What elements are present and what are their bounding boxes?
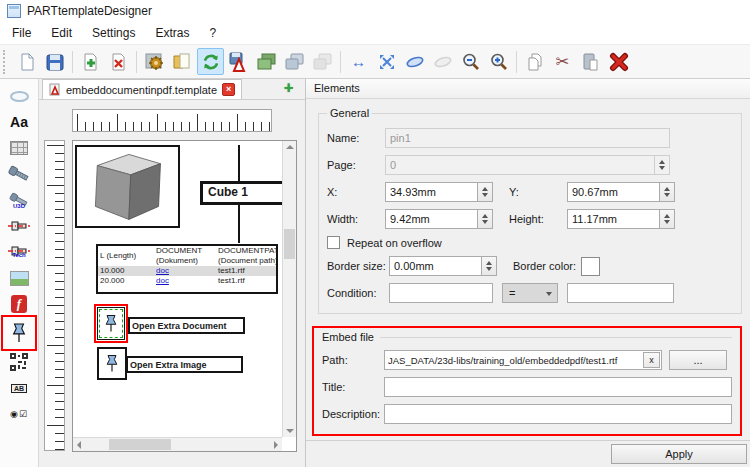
cut-button[interactable]: ✂ [549, 48, 576, 75]
settings-button[interactable] [141, 48, 168, 75]
add-button[interactable] [77, 48, 104, 75]
ellipse-tool[interactable] [4, 84, 34, 108]
pin-element-document[interactable] [97, 307, 125, 340]
spin-up-icon[interactable] [482, 211, 488, 218]
vertical-scrollbar[interactable] [282, 141, 296, 437]
open-extra-image-button[interactable]: Open Extra Image [126, 356, 243, 373]
title-field[interactable] [384, 377, 732, 397]
duplicate-alt-button[interactable] [309, 48, 336, 75]
table-tool[interactable] [4, 136, 34, 160]
name-field[interactable] [385, 128, 670, 148]
menu-file[interactable]: File [2, 23, 41, 43]
text-tool[interactable]: Aa [4, 110, 34, 134]
pin-element-image[interactable] [97, 347, 127, 380]
doc-link[interactable]: doc [156, 276, 169, 285]
toolbar-grip[interactable] [3, 50, 9, 74]
notes-button[interactable] [169, 48, 196, 75]
spin-down-icon[interactable] [659, 166, 665, 173]
scroll-up-icon[interactable] [286, 145, 294, 149]
repeat-on-overflow-checkbox[interactable] [327, 236, 340, 249]
spin-down-icon[interactable] [664, 220, 670, 227]
duplicate-button[interactable] [281, 48, 308, 75]
save-button[interactable] [41, 48, 68, 75]
image-tool[interactable] [4, 266, 34, 290]
spin-up-icon[interactable] [482, 184, 488, 191]
height-field[interactable] [567, 209, 659, 229]
screw-3d-tool[interactable] [4, 162, 34, 186]
border-size-spinner[interactable] [481, 256, 497, 276]
scroll-right-icon[interactable] [274, 441, 278, 449]
remove-button[interactable] [105, 48, 132, 75]
radio-check-tool[interactable]: ◉☑ [4, 402, 34, 426]
pin-tool[interactable] [4, 318, 34, 348]
images-button[interactable] [253, 48, 280, 75]
spin-up-icon[interactable] [659, 157, 665, 164]
width-spinner[interactable] [477, 209, 493, 229]
spin-up-icon[interactable] [486, 258, 492, 265]
page-field[interactable] [385, 155, 654, 175]
new-tab-button[interactable]: + [284, 79, 293, 99]
spin-down-icon[interactable] [482, 193, 488, 200]
doc-link[interactable]: doc [156, 266, 169, 275]
tab-close-button[interactable]: × [222, 83, 235, 96]
cube-preview-box[interactable] [75, 145, 180, 228]
clear-path-button[interactable]: x [643, 352, 660, 368]
dimension-2d-tool[interactable] [4, 214, 34, 238]
spin-down-icon[interactable] [486, 267, 492, 274]
height-spinner[interactable] [659, 209, 675, 229]
delete-button[interactable] [605, 48, 632, 75]
refresh-button[interactable] [197, 48, 224, 75]
undo-button[interactable] [401, 48, 428, 75]
open-extra-document-button[interactable]: Open Extra Document [128, 317, 245, 334]
browse-button[interactable]: ... [669, 350, 727, 370]
cube-label-box[interactable]: Cube 1 [200, 181, 282, 205]
y-spinner[interactable] [659, 182, 675, 202]
data-table[interactable]: L (Length) DOCUMENT(Dokument) DOCUMENTPA… [96, 244, 278, 294]
horizontal-scroll-thumb[interactable] [109, 439, 171, 450]
height-label: Height: [509, 213, 567, 225]
scissors-icon: ✂ [556, 52, 569, 71]
menu-help[interactable]: ? [199, 23, 226, 43]
paste-button[interactable] [577, 48, 604, 75]
scroll-down-icon[interactable] [286, 429, 294, 433]
apply-button[interactable]: Apply [611, 444, 747, 464]
condition-field-1[interactable] [389, 283, 493, 303]
menu-edit[interactable]: Edit [41, 23, 82, 43]
spin-up-icon[interactable] [664, 184, 670, 191]
vertical-scroll-thumb[interactable] [284, 229, 295, 259]
spin-down-icon[interactable] [482, 220, 488, 227]
redo-button[interactable] [429, 48, 456, 75]
fit-view-button[interactable] [373, 48, 400, 75]
horizontal-scrollbar[interactable] [73, 437, 282, 451]
y-field[interactable] [567, 182, 659, 202]
qrcode-tool[interactable] [4, 350, 34, 374]
path-field[interactable]: JAS_DATA/23d-libs/training_old/embeddedp… [384, 350, 662, 370]
table-row[interactable]: 10.000 doc test1.rtf [98, 266, 278, 276]
table-row[interactable]: 20.000 doc test1.rtf [98, 276, 278, 286]
dimension-tech-tool[interactable]: Tech [4, 240, 34, 264]
copy-button[interactable] [521, 48, 548, 75]
tab-template[interactable]: embeddocumentinpdf.template × [42, 79, 242, 99]
condition-operator-select[interactable]: = [502, 283, 558, 303]
menu-extras[interactable]: Extras [145, 23, 199, 43]
menu-settings[interactable]: Settings [82, 23, 145, 43]
zoom-out-button[interactable] [457, 48, 484, 75]
flash-tool[interactable]: f [4, 292, 34, 316]
form-field-tool[interactable]: AB [4, 376, 34, 400]
u3d-tool[interactable]: U3D [4, 188, 34, 212]
page-spinner[interactable] [654, 155, 670, 175]
width-field[interactable] [385, 209, 477, 229]
spin-up-icon[interactable] [664, 211, 670, 218]
new-document-button[interactable] [13, 48, 40, 75]
spin-down-icon[interactable] [664, 193, 670, 200]
x-spinner[interactable] [477, 182, 493, 202]
export-pdf-button[interactable] [225, 48, 252, 75]
border-size-field[interactable] [389, 256, 481, 276]
scroll-left-icon[interactable] [77, 441, 81, 449]
description-field[interactable] [384, 404, 732, 424]
condition-field-2[interactable] [567, 283, 674, 303]
x-field[interactable] [385, 182, 477, 202]
border-color-swatch[interactable] [581, 257, 600, 276]
resize-horizontal-button[interactable]: ↔ [345, 48, 372, 75]
zoom-in-button[interactable] [485, 48, 512, 75]
